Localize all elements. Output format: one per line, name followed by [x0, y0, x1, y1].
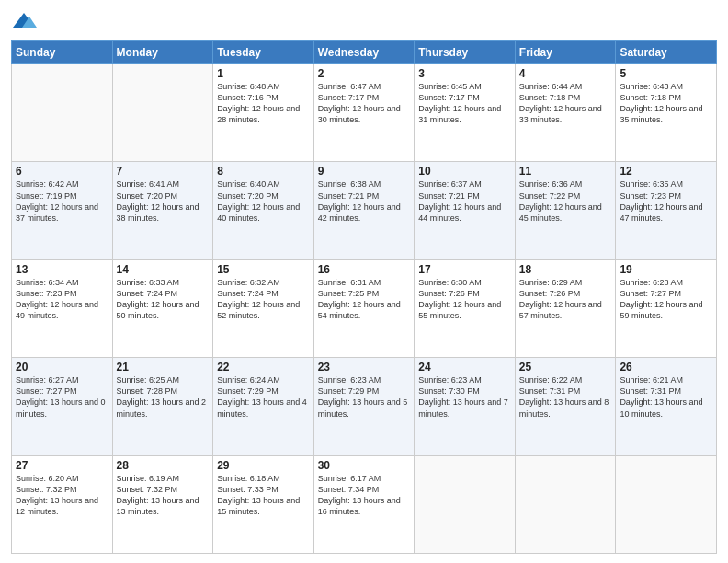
day-number: 5	[620, 67, 712, 80]
day-info: Sunrise: 6:33 AMSunset: 7:24 PMDaylight:…	[117, 277, 210, 322]
day-info: Sunrise: 6:47 AMSunset: 7:17 PMDaylight:…	[318, 81, 411, 126]
day-number: 15	[217, 263, 310, 276]
day-number: 1	[217, 67, 310, 80]
day-info: Sunrise: 6:42 AMSunset: 7:19 PMDaylight:…	[16, 178, 108, 224]
calendar-day-cell: 14Sunrise: 6:33 AMSunset: 7:24 PMDayligh…	[112, 259, 213, 357]
day-info: Sunrise: 6:31 AMSunset: 7:25 PMDaylight:…	[318, 277, 411, 322]
day-number: 14	[117, 263, 210, 276]
day-info: Sunrise: 6:45 AMSunset: 7:17 PMDaylight:…	[418, 81, 511, 126]
day-info: Sunrise: 6:29 AMSunset: 7:26 PMDaylight:…	[519, 277, 612, 322]
day-number: 30	[318, 459, 411, 472]
day-number: 21	[117, 361, 210, 373]
day-number: 27	[16, 459, 108, 472]
calendar-week-row: 13Sunrise: 6:34 AMSunset: 7:23 PMDayligh…	[12, 259, 717, 357]
calendar-day-cell: 19Sunrise: 6:28 AMSunset: 7:27 PMDayligh…	[616, 259, 717, 357]
day-info: Sunrise: 6:35 AMSunset: 7:23 PMDaylight:…	[620, 178, 712, 224]
day-info: Sunrise: 6:23 AMSunset: 7:30 PMDaylight:…	[418, 374, 511, 419]
calendar-day-cell: 6Sunrise: 6:42 AMSunset: 7:19 PMDaylight…	[12, 162, 113, 259]
day-number: 22	[217, 361, 310, 373]
day-info: Sunrise: 6:36 AMSunset: 7:22 PMDaylight:…	[519, 178, 612, 224]
day-info: Sunrise: 6:43 AMSunset: 7:18 PMDaylight:…	[620, 81, 712, 126]
calendar-day-cell: 24Sunrise: 6:23 AMSunset: 7:30 PMDayligh…	[415, 358, 516, 455]
calendar-day-cell: 7Sunrise: 6:41 AMSunset: 7:20 PMDaylight…	[112, 162, 213, 259]
calendar-day-cell	[12, 64, 113, 162]
calendar-day-cell	[112, 64, 213, 162]
calendar-header-row: SundayMondayTuesdayWednesdayThursdayFrid…	[12, 41, 717, 64]
day-info: Sunrise: 6:17 AMSunset: 7:34 PMDaylight:…	[318, 473, 411, 518]
day-info: Sunrise: 6:23 AMSunset: 7:29 PMDaylight:…	[318, 374, 411, 419]
calendar-day-cell: 23Sunrise: 6:23 AMSunset: 7:29 PMDayligh…	[313, 358, 415, 455]
day-number: 3	[418, 67, 511, 80]
logo-icon	[11, 9, 37, 35]
calendar-day-cell	[515, 455, 616, 553]
day-info: Sunrise: 6:20 AMSunset: 7:32 PMDaylight:…	[16, 473, 108, 518]
day-info: Sunrise: 6:48 AMSunset: 7:16 PMDaylight:…	[217, 81, 310, 126]
day-info: Sunrise: 6:40 AMSunset: 7:20 PMDaylight:…	[217, 178, 310, 224]
day-of-week-header: Thursday	[415, 41, 516, 64]
header	[11, 9, 717, 35]
calendar-day-cell: 30Sunrise: 6:17 AMSunset: 7:34 PMDayligh…	[313, 455, 415, 553]
calendar-day-cell: 4Sunrise: 6:44 AMSunset: 7:18 PMDaylight…	[515, 64, 616, 162]
day-number: 25	[519, 361, 612, 373]
calendar-day-cell: 8Sunrise: 6:40 AMSunset: 7:20 PMDaylight…	[213, 162, 314, 259]
day-number: 13	[16, 263, 108, 276]
day-number: 23	[318, 361, 411, 373]
day-info: Sunrise: 6:34 AMSunset: 7:23 PMDaylight:…	[16, 277, 108, 322]
calendar-week-row: 20Sunrise: 6:27 AMSunset: 7:27 PMDayligh…	[12, 358, 717, 455]
day-number: 29	[217, 459, 310, 472]
day-number: 9	[318, 165, 411, 178]
day-info: Sunrise: 6:37 AMSunset: 7:21 PMDaylight:…	[418, 178, 511, 224]
day-number: 2	[318, 67, 411, 80]
day-number: 17	[418, 263, 511, 276]
day-number: 12	[620, 165, 712, 178]
calendar-day-cell: 11Sunrise: 6:36 AMSunset: 7:22 PMDayligh…	[515, 162, 616, 259]
calendar-day-cell: 2Sunrise: 6:47 AMSunset: 7:17 PMDaylight…	[313, 64, 415, 162]
day-of-week-header: Sunday	[12, 41, 113, 64]
calendar-day-cell: 25Sunrise: 6:22 AMSunset: 7:31 PMDayligh…	[515, 358, 616, 455]
day-info: Sunrise: 6:38 AMSunset: 7:21 PMDaylight:…	[318, 178, 411, 224]
day-number: 10	[418, 165, 511, 178]
day-of-week-header: Friday	[515, 41, 616, 64]
calendar-day-cell: 10Sunrise: 6:37 AMSunset: 7:21 PMDayligh…	[415, 162, 516, 259]
day-info: Sunrise: 6:22 AMSunset: 7:31 PMDaylight:…	[519, 374, 612, 419]
calendar-day-cell: 27Sunrise: 6:20 AMSunset: 7:32 PMDayligh…	[12, 455, 113, 553]
calendar-day-cell: 18Sunrise: 6:29 AMSunset: 7:26 PMDayligh…	[515, 259, 616, 357]
page: SundayMondayTuesdayWednesdayThursdayFrid…	[0, 0, 728, 563]
calendar-day-cell: 5Sunrise: 6:43 AMSunset: 7:18 PMDaylight…	[616, 64, 717, 162]
calendar-day-cell: 28Sunrise: 6:19 AMSunset: 7:32 PMDayligh…	[112, 455, 213, 553]
day-info: Sunrise: 6:18 AMSunset: 7:33 PMDaylight:…	[217, 473, 310, 518]
day-number: 16	[318, 263, 411, 276]
day-of-week-header: Wednesday	[313, 41, 415, 64]
calendar-day-cell: 26Sunrise: 6:21 AMSunset: 7:31 PMDayligh…	[616, 358, 717, 455]
calendar-day-cell: 13Sunrise: 6:34 AMSunset: 7:23 PMDayligh…	[12, 259, 113, 357]
calendar-day-cell: 15Sunrise: 6:32 AMSunset: 7:24 PMDayligh…	[213, 259, 314, 357]
calendar-day-cell: 16Sunrise: 6:31 AMSunset: 7:25 PMDayligh…	[313, 259, 415, 357]
calendar-day-cell: 21Sunrise: 6:25 AMSunset: 7:28 PMDayligh…	[112, 358, 213, 455]
day-info: Sunrise: 6:19 AMSunset: 7:32 PMDaylight:…	[117, 473, 210, 518]
day-number: 19	[620, 263, 712, 276]
day-number: 8	[217, 165, 310, 178]
day-info: Sunrise: 6:27 AMSunset: 7:27 PMDaylight:…	[16, 374, 108, 419]
day-number: 28	[117, 459, 210, 472]
calendar-week-row: 27Sunrise: 6:20 AMSunset: 7:32 PMDayligh…	[12, 455, 717, 553]
day-of-week-header: Saturday	[616, 41, 717, 64]
day-number: 11	[519, 165, 612, 178]
calendar-day-cell: 9Sunrise: 6:38 AMSunset: 7:21 PMDaylight…	[313, 162, 415, 259]
calendar-day-cell	[616, 455, 717, 553]
day-info: Sunrise: 6:32 AMSunset: 7:24 PMDaylight:…	[217, 277, 310, 322]
day-number: 6	[16, 165, 108, 178]
day-of-week-header: Tuesday	[213, 41, 314, 64]
calendar-day-cell: 29Sunrise: 6:18 AMSunset: 7:33 PMDayligh…	[213, 455, 314, 553]
day-number: 20	[16, 361, 108, 373]
calendar-day-cell	[415, 455, 516, 553]
day-info: Sunrise: 6:24 AMSunset: 7:29 PMDaylight:…	[217, 374, 310, 419]
calendar-day-cell: 1Sunrise: 6:48 AMSunset: 7:16 PMDaylight…	[213, 64, 314, 162]
day-number: 26	[620, 361, 712, 373]
calendar-week-row: 6Sunrise: 6:42 AMSunset: 7:19 PMDaylight…	[12, 162, 717, 259]
calendar-day-cell: 22Sunrise: 6:24 AMSunset: 7:29 PMDayligh…	[213, 358, 314, 455]
day-info: Sunrise: 6:25 AMSunset: 7:28 PMDaylight:…	[117, 374, 210, 419]
calendar-day-cell: 17Sunrise: 6:30 AMSunset: 7:26 PMDayligh…	[415, 259, 516, 357]
day-info: Sunrise: 6:30 AMSunset: 7:26 PMDaylight:…	[418, 277, 511, 322]
day-info: Sunrise: 6:44 AMSunset: 7:18 PMDaylight:…	[519, 81, 612, 126]
day-info: Sunrise: 6:21 AMSunset: 7:31 PMDaylight:…	[620, 374, 712, 419]
